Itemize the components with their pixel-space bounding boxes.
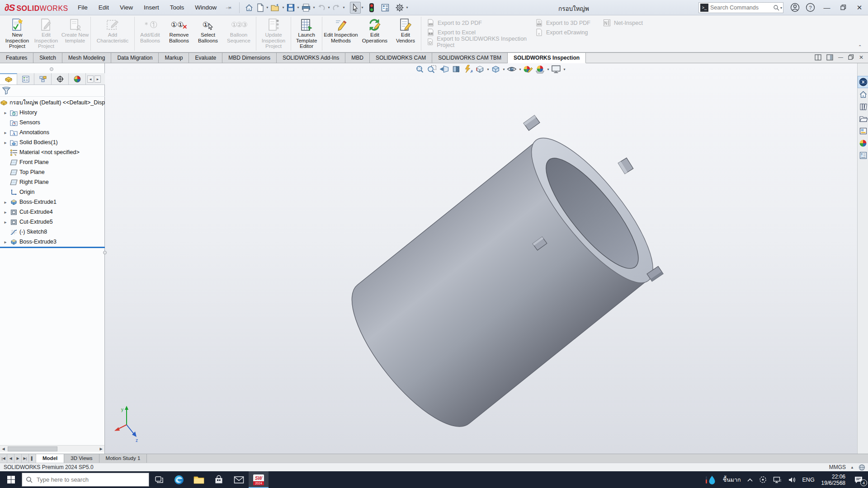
- solidworks-taskbar-button[interactable]: SW2024: [249, 471, 269, 488]
- expand-arrow-icon[interactable]: ▸: [3, 200, 8, 205]
- menu-tools[interactable]: Tools: [165, 1, 190, 14]
- zoom-to-fit-icon[interactable]: [415, 64, 425, 74]
- pane-display-icon[interactable]: [826, 54, 833, 61]
- home-tab-button[interactable]: [858, 88, 868, 100]
- doc-close-icon[interactable]: ✕: [859, 54, 863, 61]
- apply-scene-dropdown[interactable]: ▾: [547, 67, 549, 71]
- units-dropdown[interactable]: ▲: [850, 465, 854, 469]
- tree-root[interactable]: กรอบใหญ่พ (Default) <<Default>_Displ: [0, 98, 105, 108]
- panel-splitter-handle[interactable]: [50, 67, 53, 71]
- view-palette-button[interactable]: [858, 125, 868, 137]
- select-tool-dropdown[interactable]: ▾: [361, 5, 363, 9]
- solidworks-resources-button[interactable]: [858, 76, 868, 88]
- tray-expand-chevron-icon[interactable]: [744, 471, 756, 488]
- menu-window[interactable]: Window: [189, 1, 222, 14]
- options-button[interactable]: [394, 2, 406, 13]
- view-settings-icon[interactable]: [551, 64, 562, 74]
- view-orientation-icon[interactable]: [474, 64, 485, 74]
- redo-dropdown[interactable]: ▾: [343, 5, 344, 9]
- redo-button[interactable]: [330, 3, 342, 13]
- tab-splitter-grip[interactable]: ▌: [29, 454, 36, 463]
- tab-sketch[interactable]: Sketch: [33, 53, 62, 63]
- screen-record-icon[interactable]: [756, 471, 770, 488]
- menu-file[interactable]: File: [72, 1, 93, 14]
- notification-center-button[interactable]: 4: [849, 471, 868, 488]
- new-document-button[interactable]: [255, 2, 266, 13]
- search-dropdown[interactable]: ▾: [780, 6, 782, 10]
- ribbon-select-balloons[interactable]: ① Select Balloons: [193, 15, 222, 52]
- minimize-button[interactable]: —: [819, 0, 835, 15]
- search-commands-input[interactable]: [710, 5, 773, 11]
- tab-propertymanager[interactable]: [17, 73, 34, 84]
- scroll-right-arrow[interactable]: ▶: [98, 446, 104, 452]
- expand-arrow-icon[interactable]: ▸: [3, 130, 8, 135]
- scroll-left-arrow[interactable]: ◀: [0, 446, 7, 452]
- language-indicator[interactable]: ENG: [799, 471, 818, 488]
- tree-item-right-plane[interactable]: Right Plane: [0, 177, 105, 187]
- tree-item-solid-bodies[interactable]: ▸ Solid Bodies(1): [0, 137, 105, 147]
- file-explorer-taskbar-button[interactable]: [189, 471, 209, 488]
- doc-minimize-icon[interactable]: —: [838, 54, 843, 61]
- undo-dropdown[interactable]: ▾: [328, 5, 330, 9]
- panel-tabs-scroll-left[interactable]: ◂: [87, 75, 94, 83]
- tab-scroll-last[interactable]: ▶|: [22, 454, 29, 463]
- view-orientation-dropdown[interactable]: ▾: [487, 67, 489, 71]
- home-button[interactable]: [243, 2, 255, 13]
- taskbar-clock[interactable]: 22:06 19/6/2568: [818, 474, 849, 486]
- restore-button[interactable]: [835, 0, 851, 15]
- save-dropdown[interactable]: ▾: [297, 5, 299, 9]
- tab-solidworks-inspection[interactable]: SOLIDWORKS Inspection: [508, 53, 586, 63]
- dynamic-annotation-views-icon[interactable]: A: [462, 64, 473, 74]
- tab-displaymanager[interactable]: [69, 73, 86, 84]
- tab-solidworks-add-ins[interactable]: SOLIDWORKS Add-Ins: [277, 53, 345, 63]
- tree-item-cut-extrude4[interactable]: ▸ Cut-Extrude4: [0, 207, 105, 217]
- expand-arrow-icon[interactable]: ▸: [3, 140, 8, 145]
- tab-mesh-modeling[interactable]: Mesh Modeling: [62, 53, 111, 63]
- user-account-button[interactable]: [790, 3, 800, 14]
- display-style-icon[interactable]: [490, 64, 501, 74]
- taskbar-search-input[interactable]: [37, 476, 132, 483]
- section-view-icon[interactable]: [451, 64, 461, 74]
- appearances-scenes-button[interactable]: [858, 137, 868, 149]
- ribbon-remove-balloons[interactable]: ①①✕ Remove Balloons: [165, 15, 193, 52]
- task-view-button[interactable]: [149, 471, 169, 488]
- weather-icon[interactable]: [702, 471, 720, 488]
- start-button[interactable]: [0, 471, 22, 488]
- apply-scene-icon[interactable]: [534, 64, 545, 74]
- tab-markup[interactable]: Markup: [159, 53, 189, 63]
- tree-item-sensors[interactable]: Sensors: [0, 117, 105, 127]
- tab-configurationmanager[interactable]: [34, 73, 52, 84]
- pin-icon[interactable]: 📌︎: [224, 3, 234, 12]
- ribbon-edit-vendors[interactable]: Edit Vendors: [391, 15, 420, 52]
- expand-arrow-icon[interactable]: ▸: [3, 110, 8, 115]
- new-document-dropdown[interactable]: ▾: [266, 5, 268, 9]
- model-cylinder[interactable]: y z: [105, 63, 857, 454]
- tab-features[interactable]: Features: [0, 53, 33, 63]
- tree-item-material[interactable]: Material <not specified>: [0, 147, 105, 157]
- tree-item-cut-extrude5[interactable]: ▸ Cut-Extrude5: [0, 217, 105, 227]
- panel-tabs-scroll-right[interactable]: ▸: [94, 75, 101, 83]
- taskbar-search[interactable]: [22, 473, 149, 487]
- tab-scroll-prev[interactable]: ◀: [7, 454, 14, 463]
- ribbon-collapse-chevron[interactable]: ⌃: [858, 44, 862, 49]
- network-display-icon[interactable]: [770, 471, 785, 488]
- ribbon-new-inspection-project[interactable]: New Inspection Project: [3, 15, 32, 52]
- tab-model[interactable]: Model: [36, 454, 64, 463]
- units-selector[interactable]: MMGS: [829, 464, 846, 470]
- tab-dimxpertmanager[interactable]: [52, 73, 69, 84]
- expand-arrow-icon[interactable]: ▸: [3, 239, 8, 244]
- zoom-to-area-icon[interactable]: [426, 64, 437, 74]
- undo-button[interactable]: [316, 3, 327, 13]
- hide-show-items-icon[interactable]: [506, 64, 517, 74]
- ribbon-edit-inspection-methods[interactable]: Edit Inspection Methods: [323, 15, 359, 52]
- task-list-button[interactable]: [379, 2, 391, 13]
- select-tool-button[interactable]: [350, 2, 361, 14]
- tree-item-origin[interactable]: Origin: [0, 187, 105, 197]
- tab-scroll-first[interactable]: |◀: [0, 454, 7, 463]
- ribbon-launch-template-editor[interactable]: Launch Template Editor: [292, 15, 321, 52]
- design-library-button[interactable]: [858, 100, 868, 113]
- tab-motion-study-1[interactable]: Motion Study 1: [99, 454, 147, 463]
- tree-item-annotations[interactable]: ▸ A Annotations: [0, 127, 105, 137]
- tree-item-sketch8[interactable]: (-) Sketch8: [0, 227, 105, 237]
- panel-horizontal-scrollbar[interactable]: ◀ ▶: [0, 445, 104, 452]
